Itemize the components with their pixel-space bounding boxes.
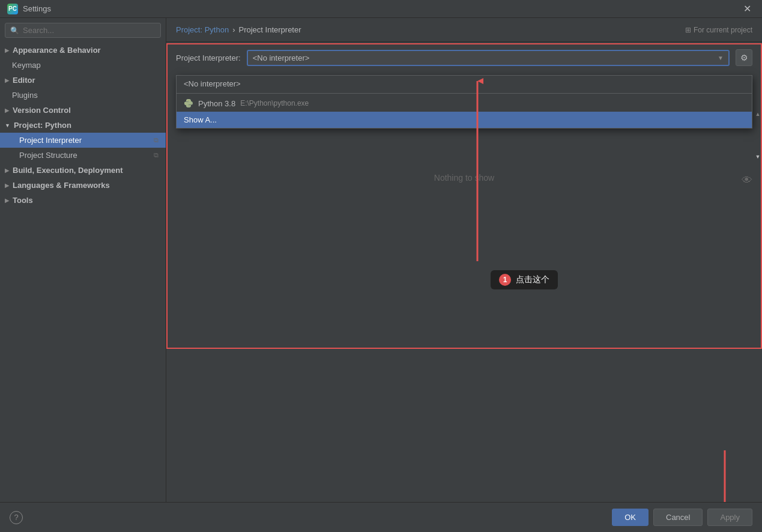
sidebar-label-project-interpreter: Project Interpreter [19,136,82,145]
scrollbar[interactable]: ▲ ▼ [754,111,762,160]
copy-icon-2: ⧉ [154,151,159,159]
sidebar-label-keymap: Keymap [12,61,41,70]
app-icon: PC [7,4,18,14]
sidebar-item-build[interactable]: ▶ Build, Execution, Deployment [0,163,166,178]
dropdown-arrow-icon: ▼ [718,55,724,61]
scroll-up-arrow[interactable]: ▲ [755,111,761,117]
interpreter-select[interactable]: <No interpreter> ▼ [247,50,730,66]
sidebar-item-plugins[interactable]: Plugins [0,88,166,103]
copy-icon: ⧉ [154,136,159,144]
no-interpreter-label: <No interpreter> [184,79,241,88]
sidebar-item-project-python[interactable]: ▼ Project: Python [0,118,166,133]
sidebar-item-version-control[interactable]: ▶ Version Control [0,103,166,118]
breadcrumb-current: Project Interpreter [239,25,301,34]
gear-button[interactable]: ⚙ [736,49,752,66]
bottom-bar: ? OK Cancel Apply [0,502,762,532]
eye-button[interactable]: 👁 [742,174,752,187]
triangle-icon-project: ▼ [5,122,10,128]
triangle-icon-lang: ▶ [5,183,9,189]
close-button[interactable]: ✕ [740,2,755,16]
annotation-number: 1 [499,274,511,286]
annotation-text: 点击这个 [516,274,549,285]
sidebar-item-tools[interactable]: ▶ Tools [0,193,166,208]
sidebar-item-keymap[interactable]: Keymap [0,58,166,73]
cancel-button[interactable]: Cancel [653,509,703,526]
breadcrumb-separator: › [232,25,235,34]
sidebar-item-project-interpreter[interactable]: Project Interpreter ⧉ [0,133,166,148]
sidebar-label-languages: Languages & Frameworks [13,181,110,190]
sidebar-label-vc: Version Control [13,106,71,115]
help-button[interactable]: ? [10,511,23,524]
triangle-icon-editor: ▶ [5,77,9,83]
interpreter-row: Project Interpreter: <No interpreter> ▼ … [166,42,762,73]
sidebar-item-languages[interactable]: ▶ Languages & Frameworks [0,178,166,193]
settings-panel: Project: Python › Project Interpreter ⊞ … [166,18,762,502]
triangle-icon-vc: ▶ [5,107,9,113]
python38-path: E:\Python\python.exe [240,99,309,107]
dropdown-divider [177,93,752,94]
dropdown-option-python38[interactable]: Python 3.8 E:\Python\python.exe [177,95,752,112]
sidebar-label-project: Project: Python [14,121,71,130]
interpreter-selected-value: <No interpreter> [253,53,718,62]
sidebar-item-project-structure[interactable]: Project Structure ⧉ [0,148,166,163]
sidebar-label-editor: Editor [13,76,35,85]
for-project-icon: ⊞ [685,26,691,34]
show-all-label: Show A... [184,115,217,124]
apply-button[interactable]: Apply [707,509,752,526]
titlebar: PC Settings ✕ [0,0,762,18]
sidebar-label-appearance: Appearance & Behavior [13,46,101,55]
for-project-label: ⊞ For current project [685,26,752,34]
sidebar-item-appearance[interactable]: ▶ Appearance & Behavior [0,43,166,58]
annotation-arrow-down [707,450,743,502]
interpreter-dropdown[interactable]: <No interpreter> [176,75,752,128]
sidebar-item-editor[interactable]: ▶ Editor [0,73,166,88]
sidebar-label-project-structure: Project Structure [19,151,77,160]
python-logo-icon [184,98,193,108]
sidebar-label-build: Build, Execution, Deployment [13,166,122,175]
dropdown-option-show-all[interactable]: Show A... [177,112,752,128]
breadcrumb-parent[interactable]: Project: Python [176,25,229,34]
breadcrumb: Project: Python › Project Interpreter ⊞ … [166,18,762,42]
triangle-icon: ▶ [5,47,9,53]
python38-label: Python 3.8 [198,99,235,108]
search-box[interactable]: 🔍 [5,23,161,38]
annotation-bubble: 1 点击这个 [491,270,558,289]
sidebar-label-plugins: Plugins [12,91,38,100]
dropdown-option-no-interpreter[interactable]: <No interpreter> [177,76,752,92]
search-input[interactable] [23,26,156,35]
scroll-down-arrow[interactable]: ▼ [755,154,761,160]
ok-button[interactable]: OK [612,509,649,526]
interpreter-label: Project Interpreter: [176,53,241,62]
sidebar-label-tools: Tools [13,196,33,205]
dialog-buttons: OK Cancel Apply [612,509,752,526]
sidebar: 🔍 ▶ Appearance & Behavior Keymap ▶ Edito… [0,18,166,502]
search-icon: 🔍 [10,26,19,35]
triangle-icon-build: ▶ [5,168,9,174]
window-title: Settings [23,4,51,13]
triangle-icon-tools: ▶ [5,198,9,204]
content-area: Project: Python › Project Interpreter ⊞ … [166,18,762,502]
